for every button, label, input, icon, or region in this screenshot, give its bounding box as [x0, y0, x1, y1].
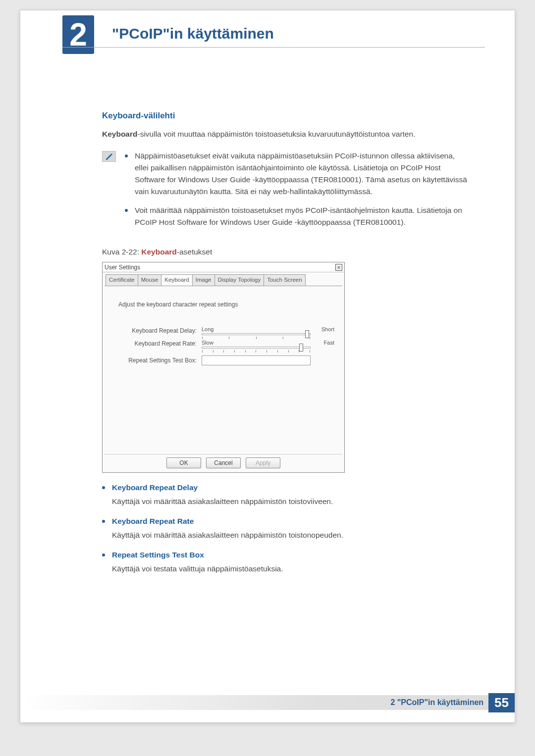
label-repeat-delay: Keyboard Repeat Delay:	[112, 326, 202, 336]
tab-certificate[interactable]: Certificate	[106, 274, 138, 286]
slider-repeat-rate[interactable]: Slow Fast	[202, 340, 334, 349]
note-block: Näppäimistöasetukset eivät vaikuta näppä…	[102, 150, 468, 235]
user-settings-dialog: User Settings × Certificate Mouse Keyboa…	[102, 262, 345, 473]
section-title: Keyboard-välilehti	[102, 109, 468, 122]
chapter-title: "PCoIP"in käyttäminen	[112, 25, 274, 42]
cancel-button[interactable]: Cancel	[206, 457, 241, 468]
note-text: Voit määrittää näppäimistön toistoasetuk…	[135, 204, 468, 228]
definition-term: Repeat Settings Test Box	[112, 549, 204, 561]
slider-right-label: Short	[321, 325, 334, 334]
label-test-box: Repeat Settings Test Box:	[112, 356, 202, 365]
dialog-description: Adjust the keyboard character repeat set…	[112, 300, 334, 309]
close-icon[interactable]: ×	[335, 264, 342, 271]
chapter-number-box: 2	[62, 15, 94, 54]
footer-text: 2 "PCoIP"in käyttäminen	[390, 698, 488, 707]
slider-right-label: Fast	[324, 339, 334, 347]
dialog-body: Adjust the keyboard character repeat set…	[105, 286, 342, 454]
page-header: 2 "PCoIP"in käyttäminen	[20, 10, 515, 65]
definition-term: Keyboard Repeat Rate	[112, 515, 194, 527]
bullet-icon	[102, 520, 105, 523]
note-icon	[102, 151, 116, 162]
bullet-icon	[102, 554, 105, 556]
note-text: Näppäimistöasetukset eivät vaikuta näppä…	[135, 150, 468, 198]
slider-track[interactable]	[202, 347, 311, 349]
dialog-footer: OK Cancel Apply	[105, 454, 342, 472]
bullet-icon	[125, 209, 128, 212]
apply-button[interactable]: Apply	[246, 457, 280, 468]
dialog-title: User Settings	[105, 263, 140, 272]
tab-keyboard[interactable]: Keyboard	[161, 274, 192, 286]
row-repeat-rate: Keyboard Repeat Rate: Slow Fast	[112, 339, 334, 349]
intro-text: -sivulla voit muuttaa näppäimistön toist…	[138, 130, 416, 138]
repeat-test-input[interactable]	[202, 355, 311, 365]
definition-item: Keyboard Repeat Delay	[102, 482, 468, 494]
slider-thumb[interactable]	[305, 330, 309, 338]
caption-prefix: Kuva 2-22:	[102, 248, 141, 256]
dialog-titlebar: User Settings ×	[103, 262, 344, 272]
definitions-list: Keyboard Repeat Delay Käyttäjä voi määri…	[102, 482, 468, 575]
slider-thumb[interactable]	[299, 344, 303, 352]
caption-bold: Keyboard	[141, 248, 177, 256]
definition-item: Repeat Settings Test Box	[102, 549, 468, 561]
tab-display-topology[interactable]: Display Topology	[214, 274, 265, 286]
bullet-icon	[102, 486, 105, 489]
tab-mouse[interactable]: Mouse	[138, 274, 162, 286]
slider-repeat-delay[interactable]: Long Short	[202, 326, 334, 335]
page-footer: 2 "PCoIP"in käyttäminen 55	[20, 693, 515, 712]
ok-button[interactable]: OK	[166, 457, 201, 468]
row-test-box: Repeat Settings Test Box:	[112, 355, 334, 365]
bullet-icon	[125, 154, 128, 157]
definition-body: Käyttäjä voi määrittää asiakaslaitteen n…	[112, 529, 468, 541]
header-divider	[62, 47, 485, 48]
definition-body: Käyttäjä voi määrittää asiakaslaitteen n…	[112, 496, 468, 507]
slider-left-label: Slow	[202, 339, 214, 347]
note-item: Voit määrittää näppäimistön toistoasetuk…	[125, 204, 468, 228]
slider-track[interactable]	[202, 333, 311, 335]
definition-item: Keyboard Repeat Rate	[102, 515, 468, 527]
tab-image[interactable]: Image	[192, 274, 215, 286]
note-item: Näppäimistöasetukset eivät vaikuta näppä…	[125, 150, 468, 198]
definition-body: Käyttäjä voi testata valittuja näppäimis…	[112, 563, 468, 575]
slider-left-label: Long	[202, 325, 214, 334]
pencil-icon	[105, 153, 113, 160]
page-content: Keyboard-välilehti Keyboard-sivulla voit…	[20, 65, 515, 575]
note-list: Näppäimistöasetukset eivät vaikuta näppä…	[125, 150, 468, 235]
row-repeat-delay: Keyboard Repeat Delay: Long Short	[112, 326, 334, 336]
label-repeat-rate: Keyboard Repeat Rate:	[112, 339, 202, 349]
document-page: 2 "PCoIP"in käyttäminen Keyboard-välileh…	[20, 10, 515, 723]
intro-bold-term: Keyboard	[102, 130, 138, 138]
definition-term: Keyboard Repeat Delay	[112, 482, 198, 494]
dialog-tabs: Certificate Mouse Keyboard Image Display…	[103, 272, 344, 286]
caption-suffix: -asetukset	[177, 248, 213, 256]
tab-touch-screen[interactable]: Touch Screen	[264, 274, 305, 286]
page-number: 55	[488, 693, 515, 712]
figure-caption: Kuva 2-22: Keyboard-asetukset	[102, 246, 468, 258]
section-intro: Keyboard-sivulla voit muuttaa näppäimist…	[102, 128, 468, 140]
